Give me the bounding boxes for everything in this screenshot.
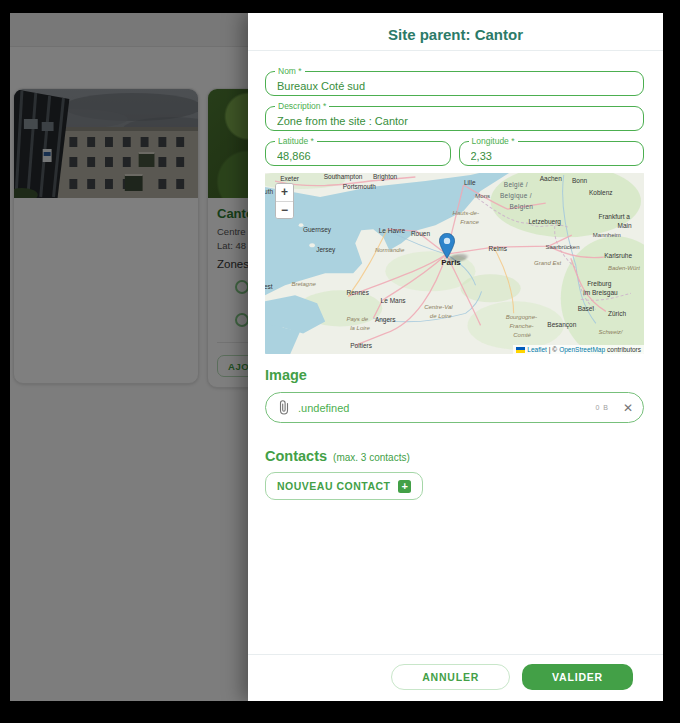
map-label: Le Mans: [381, 296, 406, 303]
longitude-field-wrapper: Longitude *: [459, 141, 645, 166]
new-contact-button[interactable]: NOUVEAU CONTACT +: [265, 472, 423, 500]
map-labels: PlymouthExeterSouthamptonBrightonPortsmo…: [265, 173, 644, 354]
remove-attachment-icon[interactable]: ✕: [623, 402, 633, 414]
map-label: Centre-Val: [424, 304, 452, 310]
zoom-out-button[interactable]: −: [276, 201, 293, 218]
map-label: France: [460, 219, 479, 225]
map-label: Grand Est: [534, 260, 561, 266]
submit-button[interactable]: VALIDER: [522, 664, 633, 690]
contacts-section-heading: Contacts: [265, 448, 327, 464]
map-label: Brighton: [373, 173, 397, 179]
map-label: Lille: [464, 179, 476, 186]
attribution-separator: | ©: [549, 346, 557, 353]
map-label: Aachen: [540, 174, 562, 181]
map-label: Guernsey: [303, 226, 331, 233]
leaflet-map[interactable]: PlymouthExeterSouthamptonBrightonPortsmo…: [265, 173, 644, 354]
description-label: Description *: [275, 101, 329, 112]
description-field-wrapper: Description *: [265, 106, 644, 131]
map-zoom-control: + −: [275, 183, 294, 219]
latitude-field-wrapper: Latitude *: [265, 141, 451, 166]
map-label: de Loire: [430, 313, 452, 319]
map-label: Exeter: [280, 174, 299, 181]
map-label: Franche-: [509, 323, 533, 329]
add-plus-icon: +: [398, 480, 411, 493]
map-label: Southampton: [324, 173, 363, 179]
map-label: Main: [617, 222, 631, 229]
map-label: Rennes: [346, 288, 368, 295]
map-label: België /: [504, 180, 528, 187]
nom-input[interactable]: [266, 72, 643, 95]
attachment-filename: .undefined: [298, 402, 587, 414]
map-label: Poitiers: [350, 341, 372, 348]
ukraine-flag-icon: [516, 347, 525, 353]
attachment-row: .undefined 0 B ✕: [265, 392, 644, 423]
map-label: Baden-Würt: [608, 265, 640, 271]
map-label: Rouen: [411, 229, 430, 236]
map-label: Jersey: [316, 246, 335, 253]
contacts-max-note: (max. 3 contacts): [333, 452, 410, 463]
map-label: Besançon: [547, 321, 576, 328]
new-contact-label: NOUVEAU CONTACT: [277, 480, 390, 492]
map-label: Schweiz/: [599, 329, 623, 335]
dialog-footer: ANNULER VALIDER: [248, 654, 663, 701]
map-label: Koblenz: [589, 189, 613, 196]
map-label: Le Havre: [379, 227, 405, 234]
dialog-content: Nom * Description * Latitude * Longitude…: [248, 51, 663, 654]
cancel-button[interactable]: ANNULER: [391, 664, 510, 690]
paperclip-icon: [278, 400, 290, 415]
nom-field-wrapper: Nom *: [265, 71, 644, 96]
map-attribution: Leaflet | © OpenStreetMap contributors: [513, 345, 644, 354]
attachment-size: 0 B: [595, 404, 609, 411]
map-label: Bretagne: [292, 281, 316, 287]
map-label: Mons: [475, 193, 490, 199]
zoom-in-button[interactable]: +: [276, 184, 293, 201]
image-section-heading: Image: [265, 367, 644, 383]
map-label: im Breisgau: [583, 289, 617, 296]
map-marker-pin[interactable]: [439, 233, 455, 259]
map-label: Saarbrücken: [545, 244, 579, 250]
map-label: Freiburg: [587, 279, 611, 286]
longitude-label: Longitude *: [469, 136, 518, 147]
map-label: Belgien: [509, 203, 533, 210]
map-label: Bonn: [572, 177, 587, 184]
attribution-suffix: contributors: [607, 346, 641, 353]
osm-link[interactable]: OpenStreetMap: [559, 346, 605, 353]
map-label: Plymouth: [265, 188, 273, 195]
map-label: Frankfurt a: [599, 212, 630, 219]
map-label: Hauts-de-: [453, 210, 479, 216]
map-label: Karlsruhe: [604, 252, 632, 259]
site-dialog: Site parent: Cantor Nom * Description * …: [248, 13, 663, 701]
map-label: Belgique /: [500, 191, 532, 198]
nom-label: Nom *: [275, 66, 305, 77]
map-label: Mannheim: [593, 232, 621, 238]
leaflet-link[interactable]: Leaflet: [527, 346, 547, 353]
map-label: Angers: [375, 315, 396, 322]
map-label: Reims: [489, 245, 507, 252]
map-label: Pays de: [346, 316, 368, 322]
map-label: Comté: [513, 332, 531, 338]
map-label: Letzebuerg: [528, 217, 561, 224]
map-label: la Loire: [350, 325, 370, 331]
app-window: Canto Centre Lat: 48 Zones AJOUTI Site p…: [10, 13, 663, 701]
map-label: Basel: [578, 304, 594, 311]
map-label: Bourgogne-: [506, 314, 537, 320]
map-label: Portsmouth: [343, 182, 376, 189]
map-label: Brest: [265, 283, 273, 290]
map-label: Normandie: [375, 247, 404, 253]
latitude-label: Latitude *: [275, 136, 317, 147]
dialog-title: Site parent: Cantor: [248, 13, 663, 50]
map-label: Zürich: [608, 310, 626, 317]
